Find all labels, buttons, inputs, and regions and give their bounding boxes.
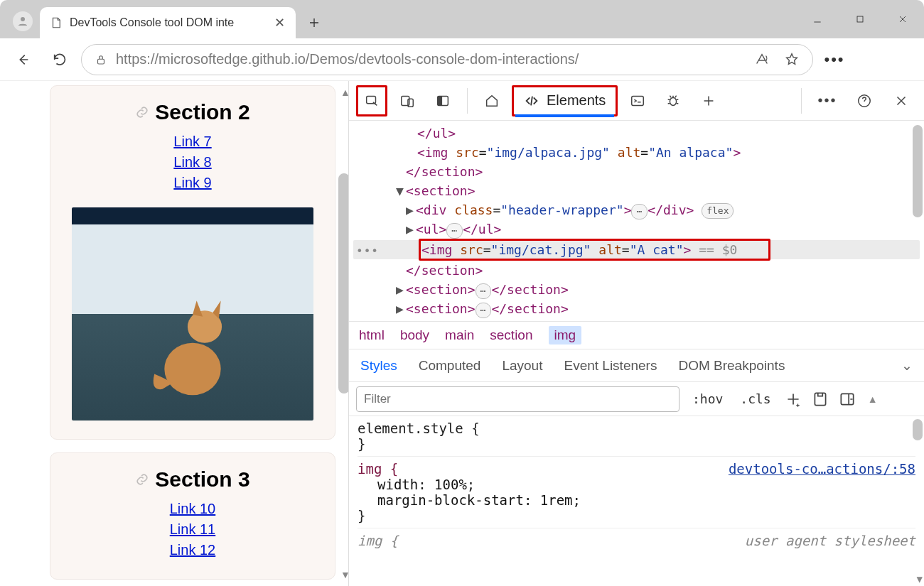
- dom-line[interactable]: ▶<section>⋯</section>: [349, 318, 924, 321]
- close-icon: [893, 93, 909, 109]
- new-style-rule-icon[interactable]: [784, 390, 802, 408]
- page-icon: [50, 16, 63, 29]
- dom-line[interactable]: ▶<div class="header-wrapper">⋯</div> fle…: [349, 200, 924, 219]
- home-icon: [484, 93, 500, 109]
- styles-tabbar: Styles Computed Layout Event Listeners D…: [349, 349, 924, 382]
- dom-line[interactable]: </section>: [349, 261, 924, 280]
- favorite-icon[interactable]: [784, 52, 800, 67]
- styles-filter-input[interactable]: [356, 386, 679, 412]
- crumb-section[interactable]: section: [490, 327, 532, 343]
- dom-scrollbar[interactable]: [913, 125, 923, 217]
- maximize-button[interactable]: [839, 0, 881, 38]
- browser-menu-button[interactable]: •••: [819, 44, 850, 75]
- svg-rect-2: [98, 59, 104, 64]
- dom-line[interactable]: ▶<section>⋯</section>: [349, 299, 924, 318]
- tab-close-icon[interactable]: ✕: [274, 15, 286, 31]
- device-mode-icon[interactable]: [811, 390, 829, 408]
- dom-line[interactable]: <img src="img/alpaca.jpg" alt="An alpaca…: [349, 143, 924, 162]
- tab-layout[interactable]: Layout: [502, 358, 542, 374]
- link-10[interactable]: Link 10: [72, 499, 313, 519]
- dom-line[interactable]: ▶<ul>⋯</ul>: [349, 219, 924, 239]
- ua-img-rule[interactable]: img { user agent stylesheet: [358, 533, 915, 548]
- rule-source-link[interactable]: devtools-co…actions/:58: [729, 461, 915, 477]
- computed-sidebar-icon[interactable]: [838, 390, 856, 408]
- devtools-panel: ▲ ▼ Elements: [348, 81, 924, 586]
- svg-point-11: [670, 97, 677, 105]
- img-rule[interactable]: img { devtools-co…actions/:58: [358, 461, 915, 477]
- scroll-down-icon[interactable]: ▼: [917, 573, 923, 585]
- refresh-icon: [52, 52, 68, 67]
- link-8[interactable]: Link 8: [72, 152, 313, 173]
- crumb-html[interactable]: html: [359, 327, 385, 343]
- plus-icon: [308, 16, 321, 29]
- link-7[interactable]: Link 7: [72, 131, 313, 152]
- devices-icon: [399, 93, 415, 109]
- tab-computed[interactable]: Computed: [419, 358, 481, 374]
- page-content: Section 2 Link 7 Link 8 Link 9 Section 3: [0, 81, 348, 586]
- inspect-element-button[interactable]: [356, 85, 387, 116]
- section-3-heading: Section 3: [72, 467, 313, 492]
- dock-icon: [435, 93, 451, 109]
- link-9[interactable]: Link 9: [72, 173, 313, 193]
- more-tabs-button[interactable]: [693, 85, 724, 116]
- device-emulation-button[interactable]: [392, 85, 423, 116]
- welcome-tab-button[interactable]: [476, 85, 507, 116]
- styles-pane[interactable]: element.style { } img { devtools-co…acti…: [349, 416, 924, 586]
- window-titlebar: DevTools Console tool DOM inte ✕: [0, 0, 924, 38]
- devtools-menu-button[interactable]: •••: [812, 85, 843, 116]
- crumb-main[interactable]: main: [445, 327, 474, 343]
- dom-line[interactable]: </ul>: [349, 124, 924, 143]
- new-tab-button[interactable]: [299, 7, 330, 38]
- address-bar[interactable]: https://microsoftedge.github.io/Demos/de…: [81, 44, 813, 75]
- page-scrollbar[interactable]: [338, 173, 348, 394]
- dock-side-button[interactable]: [427, 85, 458, 116]
- dom-tree[interactable]: </ul> <img src="img/alpaca.jpg" alt="An …: [349, 121, 924, 321]
- lock-icon: [95, 53, 107, 66]
- cls-toggle[interactable]: .cls: [736, 391, 775, 406]
- console-tab-button[interactable]: [622, 85, 653, 116]
- link-11[interactable]: Link 11: [72, 519, 313, 540]
- svg-point-0: [21, 17, 25, 21]
- hov-toggle[interactable]: :hov: [688, 391, 727, 406]
- crumb-img[interactable]: img: [549, 326, 582, 344]
- refresh-button[interactable]: [44, 44, 75, 75]
- console-icon: [630, 93, 645, 109]
- minimize-button[interactable]: [796, 0, 839, 38]
- profile-avatar[interactable]: [13, 11, 33, 31]
- svg-rect-5: [367, 96, 376, 103]
- close-devtools-button[interactable]: [886, 85, 917, 116]
- crumb-body[interactable]: body: [400, 327, 429, 343]
- read-aloud-icon[interactable]: [754, 52, 770, 67]
- close-window-button[interactable]: [881, 0, 924, 38]
- dom-line[interactable]: ▶<section>⋯</section>: [349, 280, 924, 299]
- cat-image: [72, 207, 313, 420]
- css-declaration[interactable]: margin-block-start: 1rem;: [358, 492, 915, 508]
- section-3-card: Section 3 Link 10 Link 11 Link 12: [50, 452, 335, 580]
- ellipsis-icon: •••: [817, 92, 837, 109]
- chevron-down-icon[interactable]: ⌄: [901, 357, 913, 374]
- selected-dom-node[interactable]: ••• <img src="img/cat.jpg" alt="A cat"> …: [353, 240, 920, 259]
- sources-tab-button[interactable]: [657, 85, 689, 116]
- row-actions-icon[interactable]: •••: [356, 243, 379, 260]
- ellipsis-icon: •••: [824, 50, 844, 69]
- elements-tab[interactable]: Elements: [512, 85, 618, 116]
- help-button[interactable]: [849, 85, 880, 116]
- css-declaration[interactable]: width: 100%;: [358, 477, 915, 492]
- tab-dom-breakpoints[interactable]: DOM Breakpoints: [678, 358, 785, 374]
- dom-line[interactable]: </section>: [349, 162, 924, 181]
- tab-event-listeners[interactable]: Event Listeners: [564, 358, 657, 374]
- back-button[interactable]: [7, 44, 38, 75]
- rule-close: }: [358, 436, 915, 452]
- dom-breadcrumbs: html body main section img: [349, 321, 924, 349]
- bug-icon: [665, 93, 681, 109]
- dom-line[interactable]: ▼<section>: [349, 181, 924, 200]
- element-style-rule[interactable]: element.style {: [358, 420, 915, 436]
- section-2-card: Section 2 Link 7 Link 8 Link 9: [50, 85, 335, 440]
- browser-tab[interactable]: DevTools Console tool DOM inte ✕: [40, 7, 296, 38]
- tab-styles[interactable]: Styles: [360, 358, 397, 374]
- scroll-up-icon[interactable]: ▲: [868, 394, 878, 405]
- link-icon: [135, 105, 149, 119]
- link-12[interactable]: Link 12: [72, 540, 313, 560]
- svg-point-3: [164, 343, 220, 396]
- styles-scrollbar[interactable]: [913, 419, 923, 440]
